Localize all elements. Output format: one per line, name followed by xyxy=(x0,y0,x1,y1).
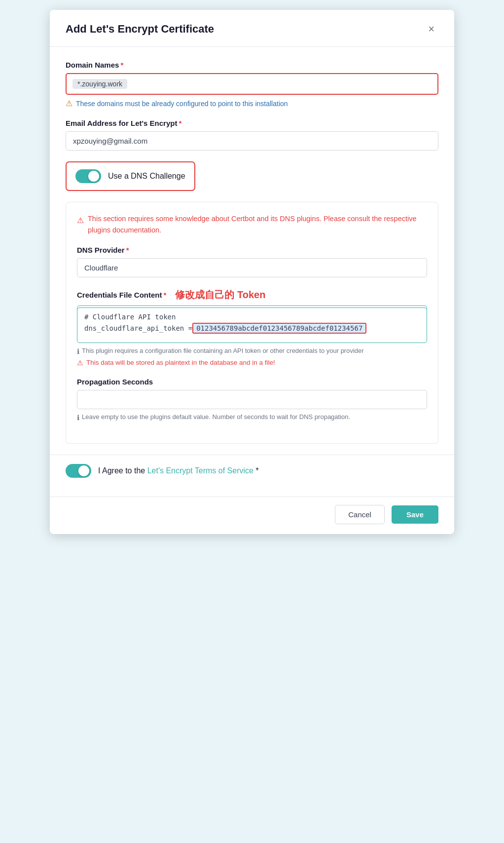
warning-icon-3: ⚠ xyxy=(77,359,83,367)
credentials-key: dns_cloudflare_api_token = xyxy=(84,324,192,332)
dns-provider-input[interactable] xyxy=(77,258,427,277)
modal-title: Add Let's Encrypt Certificate xyxy=(66,23,214,36)
warning-triangle-icon: ⚠ xyxy=(66,99,72,108)
toggle-slider xyxy=(75,169,101,183)
agree-row: I Agree to the Let's Encrypt Terms of Se… xyxy=(50,455,454,487)
info-circle-icon-2: ℹ xyxy=(77,414,79,422)
agree-toggle-slider xyxy=(66,464,91,478)
domain-names-label: Domain Names* xyxy=(66,61,438,69)
dns-challenge-group: Use a DNS Challenge xyxy=(66,161,438,191)
domain-names-input[interactable] xyxy=(130,80,432,88)
email-input[interactable] xyxy=(66,131,438,151)
credentials-group: Credentials File Content* 修改成自己的 Token #… xyxy=(77,288,427,367)
dns-challenge-toggle[interactable] xyxy=(75,169,101,183)
credentials-label: Credentials File Content* xyxy=(77,291,166,299)
dns-section-warning: ⚠ This section requires some knowledge a… xyxy=(77,213,427,236)
domain-names-group: Domain Names* *.zouying.work ⚠ These dom… xyxy=(66,61,438,108)
dns-challenge-toggle-row: Use a DNS Challenge xyxy=(66,161,195,191)
dns-section: ⚠ This section requires some knowledge a… xyxy=(66,202,438,444)
domain-names-input-wrapper[interactable]: *.zouying.work xyxy=(66,73,438,95)
dns-provider-group: DNS Provider* xyxy=(77,246,427,277)
domain-warning: ⚠ These domains must be already configur… xyxy=(66,99,438,108)
credentials-line2: dns_cloudflare_api_token = 0123456789abc… xyxy=(84,323,420,334)
credentials-token-value: 0123456789abcdef0123456789abcdef01234567 xyxy=(192,323,366,334)
credentials-visual-block[interactable]: # Cloudflare API token dns_cloudflare_ap… xyxy=(77,307,427,343)
agree-text: I Agree to the Let's Encrypt Terms of Se… xyxy=(98,466,259,475)
modal-footer: Cancel Save xyxy=(50,497,454,534)
credentials-info: ℹ This plugin requires a configuration f… xyxy=(77,347,427,355)
modal-body: Domain Names* *.zouying.work ⚠ These dom… xyxy=(50,47,454,497)
agree-link[interactable]: Let's Encrypt Terms of Service xyxy=(147,466,253,475)
email-group: Email Address for Let's Encrypt* xyxy=(66,119,438,151)
save-button[interactable]: Save xyxy=(392,505,438,524)
agree-toggle[interactable] xyxy=(66,464,91,478)
plaintext-warning: ⚠ This data will be stored as plaintext … xyxy=(77,359,427,367)
modal-dialog: Add Let's Encrypt Certificate × Domain N… xyxy=(50,10,454,534)
dns-challenge-label: Use a DNS Challenge xyxy=(108,172,185,181)
domain-tag: *.zouying.work xyxy=(72,79,127,89)
dns-provider-label: DNS Provider* xyxy=(77,246,427,254)
propagation-input[interactable] xyxy=(77,390,427,409)
token-annotation: 修改成自己的 Token xyxy=(175,288,265,302)
email-label: Email Address for Let's Encrypt* xyxy=(66,119,438,127)
close-button[interactable]: × xyxy=(424,22,438,37)
cancel-button[interactable]: Cancel xyxy=(335,505,385,524)
warning-triangle-icon-2: ⚠ xyxy=(77,214,84,227)
modal-header: Add Let's Encrypt Certificate × xyxy=(50,10,454,47)
credentials-label-row: Credentials File Content* 修改成自己的 Token xyxy=(77,288,427,302)
propagation-info: ℹ Leave empty to use the plugins default… xyxy=(77,413,427,422)
propagation-label: Propagation Seconds xyxy=(77,378,427,386)
credentials-line1: # Cloudflare API token xyxy=(84,313,420,321)
info-circle-icon: ℹ xyxy=(77,347,79,355)
propagation-group: Propagation Seconds ℹ Leave empty to use… xyxy=(77,378,427,422)
